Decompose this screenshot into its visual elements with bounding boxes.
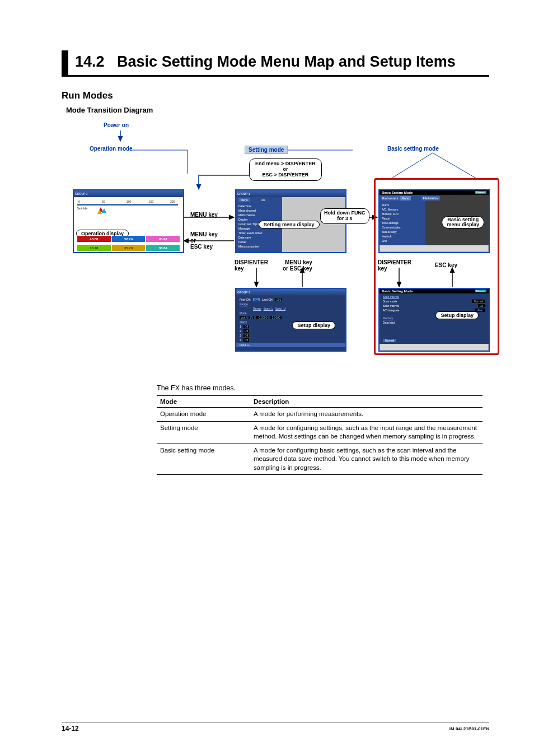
val: 2.0000 <box>270 316 281 319</box>
svg-text:200: 200 <box>170 200 175 203</box>
op-val-4: 33.18 <box>77 245 111 251</box>
op-val-1: 48.68 <box>77 236 111 242</box>
document-id: IM 04L21B01-01EN <box>449 726 489 731</box>
end-menu-pill: End menu > DISP/ENTER or ESC > DISP/ENTE… <box>249 158 322 181</box>
val: 2V <box>249 316 254 319</box>
svg-marker-20 <box>102 208 106 213</box>
setup-display-screenshot: GROUP 1 First-CH: 001 Last-CH: 001 Range… <box>235 288 346 352</box>
menu-item: Timer, Event action <box>238 231 280 235</box>
menu-item: Power <box>238 240 280 244</box>
col: Range <box>253 307 261 310</box>
mode-transition-diagram: Power on Operation mode Setting mode Bas… <box>73 122 498 380</box>
last-ch-val: 001 <box>275 298 282 301</box>
svg-line-4 <box>392 153 433 178</box>
op-title: GROUP 1 <box>75 192 87 195</box>
section-title: Basic Setting Mode Menu Map and Setup It… <box>117 53 456 70</box>
power-on-label: Power on <box>104 122 129 128</box>
table-cell: Setting mode <box>157 421 250 444</box>
bs-val: Normal <box>472 300 485 303</box>
op-val-6: 36.84 <box>146 245 180 251</box>
svg-line-5 <box>433 153 476 178</box>
table-row: Basic setting mode A mode for configurin… <box>157 444 483 475</box>
ethernet-tag-2: Ethernet <box>475 290 486 292</box>
disp-enter-key-label-1: DISP/ENTER key <box>235 259 268 272</box>
basic-setup-footer: Normal <box>383 339 396 342</box>
gauge-chart: 0 50 100 150 200 5min/div <box>77 199 178 223</box>
menu-tab-1: Menu <box>238 198 250 202</box>
table-header-desc: Description <box>250 396 483 408</box>
basic-item: Alarm <box>382 203 424 207</box>
basic-setting-mode-label: Basic setting mode <box>387 146 439 152</box>
basic-item: Keylock <box>382 234 424 239</box>
menu-item: Menu customize <box>238 244 280 249</box>
basic-hdr: Basic Setting Mode <box>382 191 413 194</box>
bs-row: Scan mode <box>383 300 397 303</box>
col: Span_L <box>264 307 273 310</box>
basic-setting-menu-display-oval: Basic setting menu display <box>442 216 484 228</box>
op-val-2: 52.74 <box>112 236 146 242</box>
menu-tab-2: File <box>259 198 268 202</box>
svg-text:0: 0 <box>78 200 80 203</box>
menu-item: Date/Time <box>238 204 280 208</box>
table-cell: A mode for performing measurements. <box>250 408 483 422</box>
setting-mode-label: Setting mode <box>245 146 288 154</box>
basic-item: Time settings <box>382 221 424 225</box>
mode-label: Mode <box>240 311 247 315</box>
basic-tab: Menu <box>400 196 411 200</box>
table-cell: Basic setting mode <box>157 444 250 475</box>
disp-enter-key-label-2: DISP/ENTER key <box>378 259 411 272</box>
menu-esc-right-label: MENU key or ESC key <box>283 259 312 272</box>
setting-menu-display-oval: Setting menu display <box>259 221 320 228</box>
bs-row: Memory <box>383 316 393 320</box>
val: -2.0000 <box>256 316 268 319</box>
basic-item: Communication <box>382 225 424 230</box>
bs-row: A/D integrate <box>383 309 399 312</box>
bs-row: Scan interval <box>383 304 399 307</box>
basic-tab: File/Initialize <box>421 196 441 200</box>
menu-item: Data save <box>238 235 280 240</box>
first-ch-label: First-CH: <box>240 298 251 301</box>
basic-item: Status relay <box>382 230 424 234</box>
setup-titlebar: GROUP 1 <box>237 291 250 294</box>
basic-tab: Environment <box>381 196 400 200</box>
op-val-5: 35.20 <box>112 245 146 251</box>
table-cell: A mode for configuring settings, such as… <box>250 421 483 444</box>
page-footer: 14-12 IM 04L21B01-01EN <box>62 722 489 732</box>
svg-rect-13 <box>77 204 178 206</box>
operation-display-screenshot: GROUP 1 0 50 100 150 200 5min/div Operat… <box>73 189 184 253</box>
basic-setup-hdr: Basic Setting Mode <box>382 290 413 293</box>
ethernet-tag: Ethernet <box>475 191 486 194</box>
basic-setup-display-screenshot: Basic Setting Mode Ethernet Scan interva… <box>378 288 490 352</box>
table-header-mode: Mode <box>157 396 250 408</box>
op-scale: 5min/div <box>77 207 88 210</box>
hold-func-pill: Hold down FUNC for 3 s <box>320 208 369 224</box>
modes-table: Mode Description Operation mode A mode f… <box>157 395 483 475</box>
menu-item: Math channel <box>238 213 280 217</box>
svg-text:100: 100 <box>127 200 132 203</box>
col: Span_U <box>275 307 285 310</box>
mode-transition-heading: Mode Transition Diagram <box>66 106 489 114</box>
end-menu-line2: ESC > DISP/ENTER <box>255 172 316 178</box>
svg-text:150: 150 <box>149 200 154 203</box>
esc-key-label: ESC key <box>435 262 457 268</box>
last-ch-label: Last-CH: <box>262 298 273 301</box>
basic-setting-menu-screenshot: Basic Setting Mode Ethernet Environment … <box>378 189 490 253</box>
run-modes-heading: Run Modes <box>62 90 489 101</box>
table-cell: Operation mode <box>157 408 250 422</box>
table-row: Setting mode A mode for configuring sett… <box>157 421 483 444</box>
basic-item: Burnout, RJC <box>382 212 424 216</box>
basic-item: Report <box>382 216 424 221</box>
section-number: 14.2 <box>75 53 105 70</box>
mode-val: Volt <box>240 316 246 319</box>
menu-key-right-label: MENU key <box>190 212 218 218</box>
bs-row: Data kind <box>383 321 395 324</box>
first-ch-val: 001 <box>253 298 260 301</box>
operation-mode-label: Operation mode <box>90 146 133 152</box>
op-val-3: 45.43 <box>146 236 180 242</box>
section-heading: 14.2 Basic Setting Mode Menu Map and Set… <box>62 50 489 77</box>
bs-row: Scan interval <box>383 295 399 298</box>
page-number: 14-12 <box>62 725 79 732</box>
table-cell: A mode for configuring basic settings, s… <box>250 444 483 475</box>
svg-text:50: 50 <box>102 200 105 203</box>
heading-bar <box>62 50 68 75</box>
